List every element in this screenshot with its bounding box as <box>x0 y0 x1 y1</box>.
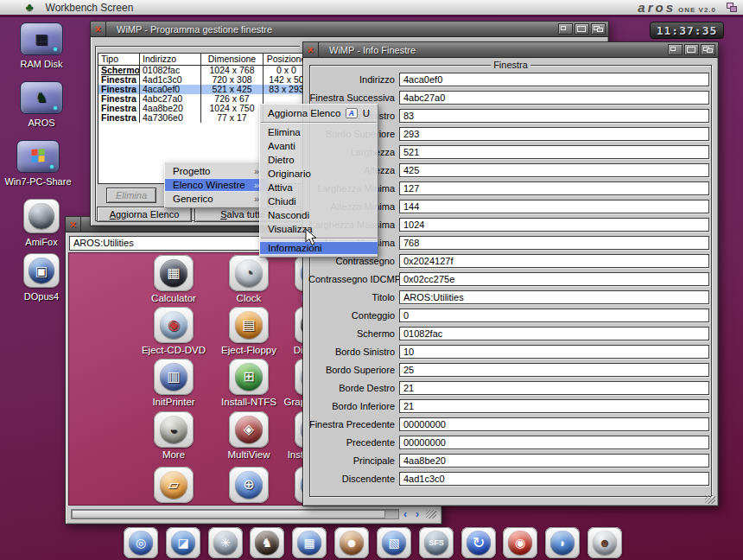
menu-item-attiva[interactable]: Attiva <box>260 181 378 194</box>
desktop-icon-aros[interactable]: ♞ AROS <box>7 81 76 128</box>
conteggio-field[interactable]: 0 <box>399 309 709 322</box>
floppy-icon: ▤ <box>235 311 263 339</box>
dock-item-wanderer[interactable]: ◪ <box>166 527 200 558</box>
elimina-button[interactable]: Elimina <box>106 188 156 203</box>
zoom-gadget-icon[interactable] <box>575 23 589 35</box>
dock-item-chief[interactable]: ☻ <box>587 527 622 558</box>
amifox-icon: ☻ <box>340 531 364 555</box>
iconify-gadget-icon[interactable] <box>558 23 573 35</box>
bordo-sinistro-2-field[interactable]: 10 <box>399 345 709 359</box>
digital-clock: 11:37:35 <box>650 22 724 39</box>
close-icon[interactable]: × <box>91 22 106 36</box>
borde-destro-field[interactable]: 21 <box>399 381 709 395</box>
indirizzo-field[interactable]: 4aca0ef0 <box>399 73 709 86</box>
dock-item-tools[interactable]: ♞ <box>250 527 284 558</box>
desktop-icon-label: AROS <box>7 118 76 128</box>
scrollbar-thumb[interactable] <box>72 510 385 519</box>
screen-titlebar[interactable]: ♣ Workbench Screen aros one v2.0 <box>0 0 743 17</box>
close-icon[interactable]: × <box>303 42 319 57</box>
dock-item-boot[interactable]: ◗ <box>545 527 580 558</box>
utilities-icon-eject-cd-dvd[interactable]: ◉ Eject-CD-DVD <box>137 307 211 355</box>
close-icon[interactable]: × <box>66 217 81 232</box>
scroll-left-icon[interactable]: ‹ <box>399 509 411 519</box>
aros-one-logo: aros one v2.0 <box>638 0 716 15</box>
menu-item-progetto[interactable]: Progetto » <box>165 164 267 178</box>
finestra-successiva-field[interactable]: 4abc27a0 <box>399 91 709 105</box>
table-row[interactable]: Finestra 4abc27a0 726 x 67 <box>98 94 309 104</box>
bordo-superiore-2-field[interactable]: 25 <box>399 363 709 377</box>
table-row[interactable]: Finestra 4ad1c3c0 720 x 308 142 x 50 <box>98 75 309 85</box>
schermo-field[interactable]: 01082fac <box>399 327 709 340</box>
screen-title: Workbench Screen <box>46 2 134 14</box>
desktop-icon-ram-disk[interactable]: ▦ RAM Disk <box>7 22 76 69</box>
zoom-gadget-icon[interactable] <box>684 44 699 55</box>
scroll-right-icon[interactable]: › <box>411 509 423 519</box>
resize-handle[interactable] <box>426 510 436 519</box>
depth-gadget-icon[interactable] <box>701 44 715 55</box>
utilities-icon-row5-2[interactable]: ⊕ <box>212 467 286 505</box>
utilities-icon-eject-floppy[interactable]: ▤ Eject-Floppy <box>212 307 286 355</box>
dock-item-screen-mode[interactable]: ▦ <box>292 527 327 558</box>
principale-field[interactable]: 4aa8be20 <box>399 454 709 468</box>
contrassegno-field[interactable]: 0x2024127f <box>399 254 709 268</box>
bordo-sinistro-field[interactable]: 83 <box>399 109 709 123</box>
menu-item-dietro[interactable]: Dietro <box>260 153 378 167</box>
info-titlebar[interactable]: × WiMP - Info Finestre <box>303 42 718 58</box>
utilities-icon-clock[interactable]: ◔ Clock <box>212 255 286 303</box>
utilities-icon-row5-1[interactable]: ▱ <box>137 467 211 505</box>
utilities-icon-calculator[interactable]: ▦ Calculator <box>137 255 211 303</box>
dock-item-find[interactable]: ◎ <box>124 527 158 558</box>
aggiorna-elenco-button[interactable]: Aggiorna Elenco <box>97 207 192 222</box>
menu-item-elenco-winestre[interactable]: Elenco Winestre » <box>165 178 267 192</box>
bordo-superiore-field[interactable]: 293 <box>399 127 709 141</box>
discendente-field[interactable]: 4ad1c3c0 <box>399 472 709 486</box>
menu-separator <box>261 238 377 239</box>
menu-item-chiudi[interactable]: Chiudi <box>260 194 378 208</box>
larghezza-minima-field[interactable]: 127 <box>399 181 709 195</box>
utilities-icon-initprinter[interactable]: ▥ InitPrinter <box>137 359 211 407</box>
contrassegno-idcmp-field[interactable]: 0x02cc275e <box>399 272 709 286</box>
menu-item-informazioni[interactable]: Informazioni <box>260 241 378 255</box>
menu-item-visualizza[interactable]: Visualizza <box>260 222 378 236</box>
iconify-gadget-icon[interactable] <box>668 44 683 55</box>
resize-handle[interactable] <box>705 495 715 504</box>
dock-item-shutdown[interactable]: ◉ <box>503 527 537 558</box>
bordo-inferiore-field[interactable]: 21 <box>399 399 709 413</box>
table-row[interactable]: Schermo 01082fac 1024 x 768 0 x 0 <box>98 66 309 75</box>
altezza-minima-field[interactable]: 144 <box>399 200 709 213</box>
menu-bar-popup: Progetto » Elenco Winestre » Generico » <box>164 162 268 208</box>
larghezza-massima-field[interactable]: 1024 <box>399 218 709 232</box>
utilities-icon-more[interactable]: ◒ More <box>137 411 211 460</box>
utilities-icon-install-ntfs[interactable]: ⊞ Install-NTFS <box>212 359 286 407</box>
table-row-selected[interactable]: Finestra 4aca0ef0 521 x 425 83 x 293 <box>98 85 309 94</box>
aros-mascot-icon: ♣ <box>26 1 34 14</box>
wimp-titlebar[interactable]: × WiMP - Programma gestione finestre <box>91 22 608 37</box>
depth-gadget-icon[interactable] <box>591 23 606 35</box>
menu-item-generico[interactable]: Generico » <box>165 192 267 206</box>
utilities-icon-multiview[interactable]: ◈ MultiView <box>212 411 286 460</box>
menu-item-nascondi[interactable]: Nascondi <box>260 208 378 222</box>
dock-item-prefs[interactable]: ✳ <box>208 527 243 558</box>
larghezza-field[interactable]: 521 <box>399 145 709 159</box>
finestra-precedente-field[interactable]: 00000000 <box>399 417 709 431</box>
wanderer-icon: ◪ <box>171 531 195 555</box>
titolo-field[interactable]: AROS:Utilities <box>399 290 709 304</box>
field-label: Finestra Precedente <box>308 419 395 430</box>
screen-depth-gadget-icon[interactable] <box>727 3 738 13</box>
utilities-horizontal-scrollbar[interactable]: ‹ › <box>68 507 439 521</box>
dock-item-amifox[interactable]: ☻ <box>334 527 369 558</box>
dock-item-screen-edit[interactable]: ▧ <box>377 527 411 558</box>
precedente-field[interactable]: 00000000 <box>399 436 709 449</box>
dock-item-sfs[interactable]: SFS <box>419 527 454 558</box>
menu-item-originario[interactable]: Originario <box>260 167 378 181</box>
menu-item-elimina[interactable]: Elimina <box>260 125 378 139</box>
menu-item-avanti[interactable]: Avanti <box>260 139 378 153</box>
altezza-massima-field[interactable]: 768 <box>399 236 709 250</box>
field-label: Bordo Superiore <box>308 365 395 375</box>
menu-item-aggiorna-elenco[interactable]: Aggiorna Elenco A U <box>260 106 378 120</box>
altezza-field[interactable]: 425 <box>399 163 709 177</box>
wimp-title: WiMP - Programma gestione finestre <box>117 24 272 35</box>
dock-item-reboot[interactable]: ↻ <box>461 527 496 558</box>
desktop-icon-win7-pc-share[interactable]: Win7-PC-Share <box>3 140 73 187</box>
more-icon: ◒ <box>160 416 187 443</box>
